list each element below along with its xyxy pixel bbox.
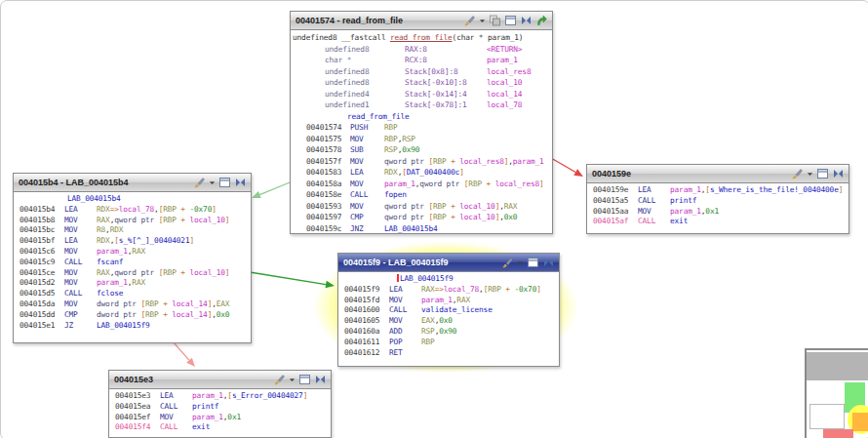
block-title: 0040159e [592, 169, 788, 179]
maximize-icon[interactable] [504, 15, 517, 26]
block-body[interactable]: LAB_004015b4004015b4LEARDX=>local_78,[RB… [14, 192, 251, 342]
navigate-icon[interactable] [535, 15, 548, 26]
graph-node-004015e3[interactable]: 004015e3 004015e3LEAparam_1,[s_Error_004… [108, 370, 332, 438]
edge-arrowhead [573, 169, 583, 177]
instruction-line[interactable]: 004015bcMOVR8,RDX [14, 225, 251, 236]
edge-arrowhead [326, 281, 335, 289]
instruction-line[interactable]: 004015efMOVparam_1,0x1 [109, 413, 331, 423]
instruction-line[interactable]: 00401583LEARDX,[DAT_0040400c] [291, 167, 552, 179]
brush-icon[interactable] [273, 374, 286, 385]
xrefs-icon[interactable] [542, 257, 555, 268]
instruction-line[interactable]: 004015afCALLexit [587, 217, 848, 227]
instruction-line[interactable]: 004015b4LEARDX=>local_78,[RBP + -0x70] [14, 205, 251, 216]
variable-line[interactable]: undefined4Stack[-0x14]:4local_14 [291, 89, 552, 100]
graph-node-0040159e[interactable]: 0040159e 0040159eLEAparam_1,[s_Where_is_… [586, 164, 849, 234]
instruction-line[interactable]: 0040160aADDRSP,0x90 [338, 327, 559, 338]
instruction-line[interactable]: 00401611POPRBP [338, 338, 559, 348]
instruction-line[interactable]: 004015daMOVdword ptr [RBP + local_14],EA… [14, 299, 251, 310]
instruction-line[interactable]: 004015c9CALLfscanf [14, 258, 251, 268]
edge-004015b4-to-004015f9 [250, 272, 326, 285]
instruction-line[interactable]: 00401600CALLvalidate_license [338, 305, 559, 316]
block-title: 00401574 - read_from_file [296, 16, 460, 25]
graph-node-004015f9[interactable]: 004015f9 - LAB_004015f9 LAB_004015f90040… [337, 253, 560, 367]
label-line[interactable]: LAB_004015f9 [338, 274, 559, 285]
xrefs-icon[interactable] [520, 15, 533, 26]
block-body[interactable]: 004015e3LEAparam_1,[s_Error_00404027]004… [109, 389, 331, 437]
variable-line[interactable]: undefined8Stack[0x8]:8local_res8 [291, 66, 552, 78]
block-header[interactable]: 004015f9 - LAB_004015f9 [338, 254, 559, 272]
graph-node-00401574[interactable]: 00401574 - read_from_file undefined8 __f… [290, 11, 553, 234]
instruction-line[interactable]: 004015f4CALLexit [109, 422, 331, 433]
block-body[interactable]: undefined8 __fastcall read_from_file(cha… [291, 30, 552, 233]
caret-icon[interactable] [479, 15, 486, 26]
instruction-line[interactable]: 0040157fMOVqword ptr [RBP + local_res8],… [291, 156, 552, 168]
instruction-line[interactable]: 00401575MOVRBP,RSP [291, 134, 552, 145]
instruction-line[interactable]: 004015ceMOVRAX,qword ptr [RBP + local_10… [14, 268, 251, 279]
instruction-line[interactable]: 0040158aMOVparam_1,qword ptr [RBP + loca… [291, 179, 552, 190]
instruction-line[interactable]: 004015e3LEAparam_1,[s_Error_00404027] [109, 391, 331, 402]
brush-icon[interactable] [501, 257, 514, 268]
instruction-line[interactable]: 004015a5CALLprintf [587, 196, 848, 207]
instruction-line[interactable]: 00401612RET [338, 348, 559, 359]
instruction-line[interactable]: 00401605MOVEAX,0x0 [338, 316, 559, 327]
instruction-line[interactable]: 00401593MOVqword ptr [RBP + local_10],RA… [291, 201, 552, 213]
satellite-node-white[interactable] [809, 404, 845, 429]
instruction-line[interactable]: 0040159eLEAparam_1,[s_Where_is_the_file!… [587, 185, 848, 196]
function-graph-view[interactable]: 00401574 - read_from_file undefined8 __f… [0, 0, 868, 438]
caret-icon[interactable] [289, 374, 296, 385]
instruction-line[interactable]: 004015b8MOVRAX,qword ptr [RBP + local_10… [14, 216, 251, 226]
satellite-view[interactable] [805, 348, 868, 438]
instruction-line[interactable]: 004015fdMOVparam_1,RAX [338, 296, 559, 306]
block-header[interactable]: 004015b4 - LAB_004015b4 [14, 174, 251, 192]
block-header[interactable]: 004015e3 [109, 371, 331, 389]
variable-line[interactable]: undefined8Stack[-0x10]:8local_10 [291, 77, 552, 89]
maximize-icon[interactable] [527, 257, 539, 268]
function-signature-line[interactable]: undefined8 __fastcall read_from_file(cha… [291, 32, 552, 44]
satellite-node-red[interactable] [823, 429, 853, 438]
edge-arrowhead [186, 358, 195, 367]
instruction-line[interactable]: 004015eaCALLprintf [109, 402, 331, 413]
graph-node-004015b4[interactable]: 004015b4 - LAB_004015b4 LAB_004015b40040… [13, 173, 252, 343]
block-header[interactable]: 0040159e [587, 165, 848, 183]
variable-line[interactable]: undefined8RAX:8<RETURN> [291, 44, 552, 56]
maximize-icon[interactable] [218, 177, 231, 188]
label-line[interactable]: LAB_004015b4 [14, 194, 251, 205]
instruction-line[interactable]: 004015e1JZLAB_004015f9 [14, 321, 251, 332]
caret-icon[interactable] [517, 257, 524, 268]
caret-icon[interactable] [209, 177, 216, 188]
instruction-line[interactable]: 004015d2MOVparam_1,RAX [14, 278, 251, 289]
label-line[interactable]: read_from_file [291, 111, 552, 123]
instruction-line[interactable]: 00401597CMPqword ptr [RBP + local_10],0x… [291, 212, 552, 223]
xrefs-icon[interactable] [314, 374, 327, 385]
instruction-line[interactable]: 00401578SUBRSP,0x90 [291, 144, 552, 156]
xrefs-icon[interactable] [234, 177, 247, 188]
brush-icon[interactable] [193, 177, 206, 188]
satellite-node-entry[interactable] [807, 352, 868, 380]
brush-icon[interactable] [791, 168, 804, 179]
block-body[interactable]: 0040159eLEAparam_1,[s_Where_is_the_file!… [587, 183, 848, 233]
xrefs-icon[interactable] [832, 168, 845, 179]
instruction-line[interactable]: 0040159cJNZLAB_004015b4 [291, 223, 552, 234]
instruction-line[interactable]: 004015c6MOVparam_1,RAX [14, 247, 251, 258]
satellite-node-orange[interactable] [852, 413, 868, 431]
edge-00401574-to-004015b4 [259, 182, 290, 195]
variable-line[interactable]: char *RCX:8param_1 [291, 55, 552, 66]
brush-icon[interactable] [463, 15, 476, 26]
block-title: 004015e3 [114, 375, 270, 384]
instruction-line[interactable]: 004015f9LEARAX=>local_78,[RBP + -0x70] [338, 285, 559, 296]
caret-icon[interactable] [807, 168, 813, 179]
instruction-line[interactable]: 004015ddCMPdword ptr [RBP + local_14],0x… [14, 310, 251, 321]
maximize-icon[interactable] [298, 374, 311, 385]
group-icon[interactable] [489, 15, 501, 26]
edge-004015b4-to-004015e3 [173, 341, 189, 360]
block-header[interactable]: 00401574 - read_from_file [291, 12, 552, 30]
instruction-line[interactable]: 004015bfLEARDX,[s_%[^_]_00404021] [14, 236, 251, 247]
instruction-line[interactable]: 004015aaMOVparam_1,0x1 [587, 207, 848, 218]
maximize-icon[interactable] [816, 168, 829, 179]
instruction-line[interactable]: 0040158eCALLfopen [291, 189, 552, 201]
variable-line[interactable]: undefined1Stack[-0x78]:1local_78 [291, 100, 552, 111]
edge-arrowhead [252, 191, 261, 198]
instruction-line[interactable]: 00401574PUSHRBP [291, 122, 552, 134]
block-body[interactable]: LAB_004015f9004015f9LEARAX=>local_78,[RB… [338, 272, 559, 366]
instruction-line[interactable]: 004015d5CALLfclose [14, 289, 251, 299]
